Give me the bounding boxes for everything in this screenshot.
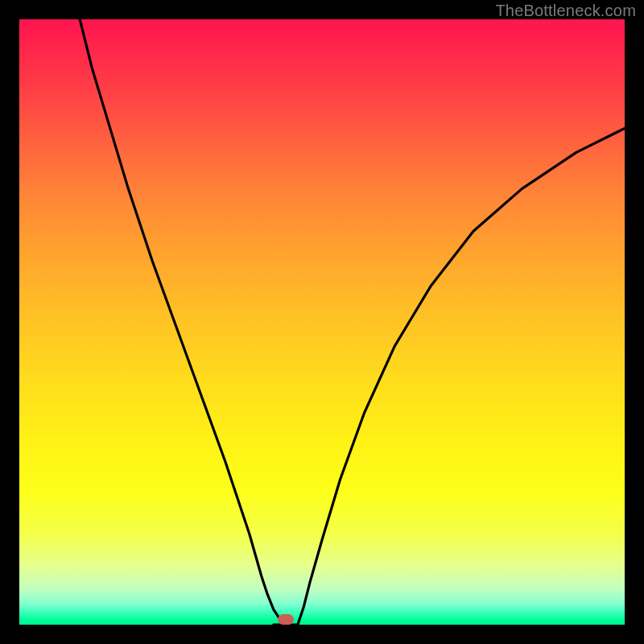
curve-path [80,19,625,625]
plot-area [19,19,625,625]
optimum-marker [278,614,294,625]
watermark-text: TheBottleneck.com [495,2,636,20]
bottleneck-curve [19,19,625,625]
